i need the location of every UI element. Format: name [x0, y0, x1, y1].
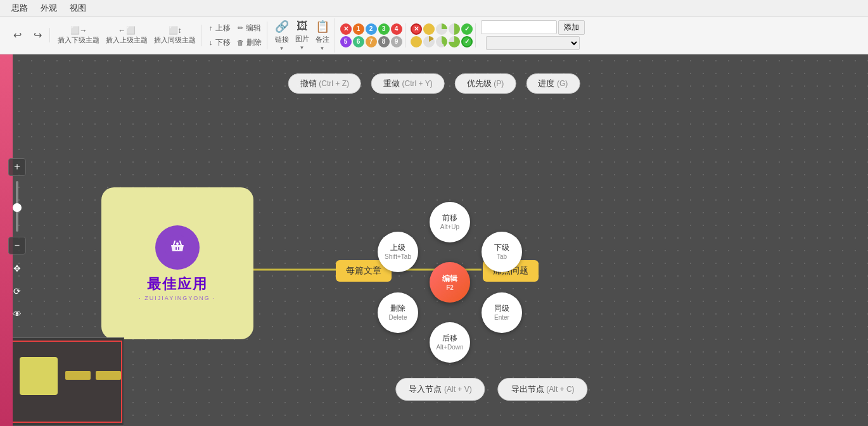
priority-4[interactable]: 4 [391, 23, 402, 35]
insert-group: ⬜→ 插入下级主题 ←⬜ 插入上级主题 ⬜↕ 插入同级主题 [53, 25, 201, 46]
insert-child-icon: ⬜→ [70, 26, 87, 35]
undo-redo-group: ↩ ↪ [5, 28, 50, 42]
priority-1[interactable]: 1 [353, 23, 364, 35]
redo-button[interactable]: ↪ [28, 28, 47, 42]
image-icon: 🖼 [297, 20, 308, 33]
priority-5[interactable]: 5 [340, 36, 352, 47]
progress-2[interactable] [436, 23, 447, 35]
undo-pill[interactable]: 撤销 (Ctrl + Z) [288, 73, 361, 94]
tag-select[interactable] [486, 36, 580, 50]
priority-pill[interactable]: 优先级 (P) [455, 73, 516, 94]
priority-3[interactable]: 3 [378, 23, 390, 35]
svg-point-5 [176, 242, 179, 245]
priority-8[interactable]: 8 [378, 36, 390, 47]
progress-full[interactable]: ✓ [461, 23, 473, 35]
undo-button[interactable]: ↩ [8, 28, 27, 42]
progress-group: ✕ ✓ ✓ [408, 23, 476, 47]
link-dropdown-icon: ▼ [279, 46, 284, 51]
shortcut-bar: 撤销 (Ctrl + Z) 重做 (Ctrl + Y) 优先级 (P) 进度 (… [288, 73, 580, 94]
move-down-icon: ↓ [209, 39, 213, 46]
central-title: 最佳应用 [147, 275, 208, 294]
redo-pill[interactable]: 重做 (Ctrl + Y) [371, 73, 445, 94]
export-node-button[interactable]: 导出节点 (Alt + C) [498, 378, 588, 401]
radial-item-forward[interactable]: 前移 Alt+Up [430, 202, 470, 242]
radial-center-shortcut: F2 [446, 284, 454, 291]
progress-q4[interactable] [449, 36, 460, 47]
zoom-slider-thumb[interactable] [13, 203, 22, 212]
central-node-icon [155, 225, 200, 270]
move-down-button[interactable]: ↓ 下移 [207, 36, 233, 49]
insert-sibling-label: 插入同级主题 [154, 35, 196, 45]
note-icon: 📋 [316, 20, 329, 34]
radial-item-sibling[interactable]: 同级 Enter [482, 292, 522, 333]
insert-child-button[interactable]: ⬜→ 插入下级主题 [55, 25, 102, 46]
insert-parent-icon: ←⬜ [118, 26, 136, 35]
undo-key: (Ctrl + Z) [319, 79, 349, 88]
progress-pill-label: 进度 [538, 78, 554, 88]
image-button[interactable]: 🖼 图片 ▼ [293, 18, 312, 52]
note-dropdown-icon: ▼ [320, 46, 325, 51]
progress-done[interactable]: ✓ [461, 36, 473, 47]
toolbar: ↩ ↪ ⬜→ 插入下级主题 ←⬜ 插入上级主题 ⬜↕ 插入同级主题 ↑ 上移 ↓ [0, 16, 868, 54]
move-canvas-icon[interactable]: ✥ [8, 260, 26, 277]
note-button[interactable]: 📋 备注 ▼ [313, 18, 332, 53]
insert-sibling-button[interactable]: ⬜↕ 插入同级主题 [151, 25, 198, 46]
zoom-sidebar: ＋ － ✥ ⟳ 👁 [0, 54, 34, 426]
priority-6[interactable]: 6 [353, 36, 364, 47]
priority-9[interactable]: 9 [391, 36, 402, 47]
progress-q1[interactable] [411, 36, 422, 47]
zoom-in-button[interactable]: ＋ [8, 158, 26, 176]
move-up-button[interactable]: ↑ 上移 [207, 22, 233, 35]
menubar: 思路 外观 视图 [0, 0, 868, 16]
priority-key: (P) [494, 79, 504, 88]
progress-1[interactable] [423, 23, 435, 35]
progress-pill[interactable]: 进度 (G) [526, 73, 580, 94]
insert-parent-label: 插入上级主题 [106, 35, 148, 45]
central-node[interactable]: 最佳应用 · ZUIJIAYINGYONG · [101, 187, 253, 339]
redo-key: (Ctrl + Y) [402, 79, 433, 88]
delete-button[interactable]: 🗑 删除 [234, 36, 264, 49]
priority-pill-label: 优先级 [467, 78, 492, 88]
menu-shitu[interactable]: 视图 [63, 1, 93, 15]
priority-cancel[interactable]: ✕ [340, 23, 352, 35]
radial-item-delete[interactable]: 删除 Delete [378, 292, 418, 333]
bottom-actions: 导入节点 (Alt + V) 导出节点 (Alt + C) [395, 378, 587, 401]
media-group: 🔗 链接 ▼ 🖼 图片 ▼ 📋 备注 ▼ [270, 18, 335, 53]
radial-item-child[interactable]: 下级 Tab [482, 232, 522, 272]
eye-icon[interactable]: 👁 [8, 305, 26, 323]
edit-button[interactable]: ✏ 编辑 [234, 22, 264, 35]
tag-add-button[interactable]: 添加 [558, 20, 585, 35]
progress-key: (G) [557, 79, 568, 88]
delete-icon: 🗑 [237, 39, 244, 46]
radial-center-edit[interactable]: 编辑 F2 [430, 262, 470, 303]
image-dropdown-icon: ▼ [300, 45, 305, 51]
menu-waiguan[interactable]: 外观 [34, 1, 63, 15]
priority-group: ✕ 1 2 3 4 5 6 7 8 9 [338, 23, 405, 47]
redo-pill-label: 重做 [383, 78, 400, 88]
zoom-out-button[interactable]: － [8, 237, 26, 254]
radial-item-parent[interactable]: 上级 Shift+Tab [378, 232, 418, 272]
zoom-slider-track [16, 181, 18, 232]
progress-q3[interactable] [436, 36, 447, 47]
progress-cancel[interactable]: ✕ [411, 23, 422, 35]
undo-icon: ↩ [13, 29, 22, 41]
canvas: ＋ － ✥ ⟳ 👁 撤销 (Ctrl + Z) 重做 (Ctrl + Y) 优先… [0, 54, 868, 426]
import-node-button[interactable]: 导入节点 (Alt + V) [395, 378, 485, 401]
rotate-icon[interactable]: ⟳ [8, 282, 26, 300]
radial-item-backward[interactable]: 后移 Alt+Down [430, 322, 470, 363]
link-icon: 🔗 [275, 20, 289, 34]
move-group: ↑ 上移 ↓ 下移 ✏ 编辑 🗑 删除 [204, 22, 267, 49]
radial-center-label: 编辑 [442, 273, 457, 284]
central-subtitle: · ZUIJIAYINGYONG · [139, 295, 215, 301]
progress-q2[interactable] [423, 36, 435, 47]
priority-2[interactable]: 2 [366, 23, 377, 35]
link-button[interactable]: 🔗 链接 ▼ [272, 18, 291, 53]
priority-7[interactable]: 7 [366, 36, 377, 47]
tag-input[interactable] [481, 20, 557, 34]
insert-sibling-icon: ⬜↕ [169, 26, 182, 35]
menu-silu[interactable]: 思路 [5, 1, 34, 15]
progress-3[interactable] [449, 23, 460, 35]
insert-child-label: 插入下级主题 [58, 35, 99, 45]
edit-icon: ✏ [238, 24, 243, 32]
insert-parent-button[interactable]: ←⬜ 插入上级主题 [103, 25, 150, 46]
